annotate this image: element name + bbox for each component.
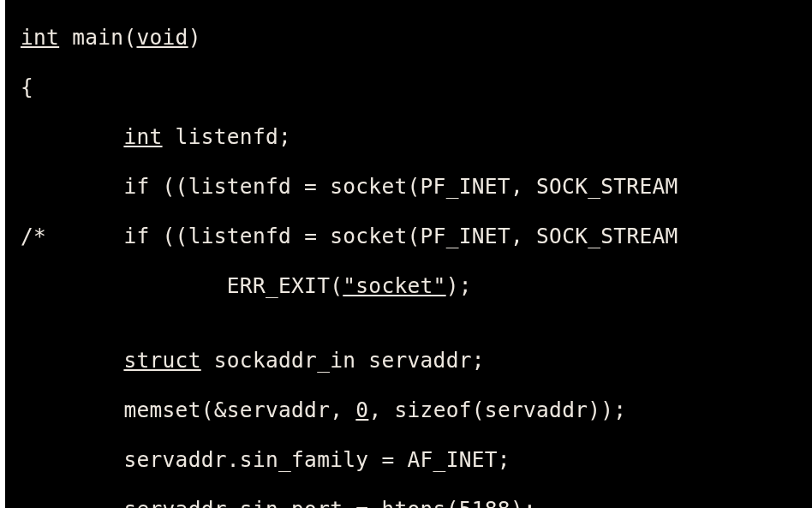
text: sockaddr_in servaddr;	[201, 348, 485, 373]
text: , sizeof(servaddr));	[368, 397, 626, 422]
keyword-void: void	[136, 25, 188, 50]
text: if ((listenfd = socket(PF_INET, SOCK_STR…	[123, 174, 678, 199]
number-literal: 0	[355, 397, 368, 422]
keyword-struct: struct	[123, 348, 200, 373]
keyword-int: int	[21, 25, 59, 50]
indent	[21, 124, 123, 149]
code-line-2: {	[5, 75, 812, 99]
indent	[21, 447, 123, 472]
code-line-11: servaddr.sin_port = htons(5188);	[5, 497, 812, 508]
text: ERR_EXIT(	[227, 273, 343, 298]
text: servaddr.sin_port = htons(	[123, 497, 458, 508]
text: main(	[59, 25, 136, 50]
code-editor[interactable]: int main(void) { int listenfd; if ((list…	[0, 0, 812, 508]
text: );	[446, 273, 472, 298]
indent	[21, 497, 123, 508]
string-literal: "socket"	[343, 273, 445, 298]
indent	[21, 397, 123, 422]
code-line-1: int main(void)	[5, 25, 812, 50]
code-line-6: ERR_EXIT("socket");	[5, 273, 812, 298]
text: servaddr.sin_family = AF_INET;	[123, 447, 510, 472]
text: if ((listenfd = socket(PF_INET, SOCK_STR…	[123, 224, 678, 248]
code-line-10: servaddr.sin_family = AF_INET;	[5, 447, 812, 472]
comment-open: /*	[21, 224, 46, 248]
keyword-int: int	[123, 124, 162, 149]
text: listenfd;	[163, 124, 292, 149]
indent	[21, 348, 123, 373]
code-line-5: /* if ((listenfd = socket(PF_INET, SOCK_…	[5, 224, 812, 248]
code-line-4: if ((listenfd = socket(PF_INET, SOCK_STR…	[5, 174, 812, 199]
indent	[46, 224, 123, 248]
number-literal: 5188	[459, 497, 510, 508]
text: memset(&servaddr,	[123, 397, 355, 422]
indent	[21, 273, 227, 298]
text: )	[188, 25, 201, 50]
text: );	[510, 497, 536, 508]
indent	[21, 174, 123, 199]
code-line-3: int listenfd;	[5, 124, 812, 149]
code-line-9: memset(&servaddr, 0, sizeof(servaddr));	[5, 397, 812, 422]
code-line-8: struct sockaddr_in servaddr;	[5, 348, 812, 373]
